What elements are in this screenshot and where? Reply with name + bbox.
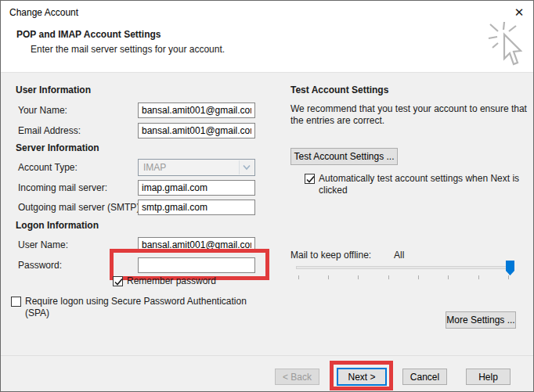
require-spa-checkbox[interactable] [11, 297, 21, 307]
slider-tick [328, 275, 329, 279]
offline-mail-slider-thumb[interactable] [506, 261, 514, 275]
user-name-label: User Name: [18, 239, 68, 250]
outgoing-server-label: Outgoing mail server (SMTP): [18, 202, 143, 213]
change-account-dialog: Change Account ✕ POP and IMAP Account Se… [0, 0, 534, 392]
email-address-label: Email Address: [18, 125, 81, 136]
help-button[interactable]: Help [466, 369, 511, 385]
outgoing-server-field[interactable] [138, 200, 255, 215]
slider-tick [478, 275, 479, 279]
back-button: < Back [275, 369, 319, 385]
user-name-field[interactable] [138, 237, 255, 253]
your-name-field[interactable] [138, 102, 255, 118]
section-test-account-settings: Test Account Settings [290, 85, 388, 95]
chevron-down-icon [239, 160, 254, 174]
checkmark-icon [114, 277, 124, 287]
slider-tick [508, 275, 509, 279]
checkmark-icon [305, 174, 316, 185]
remember-password-checkbox[interactable] [113, 276, 123, 286]
more-settings-button[interactable]: More Settings ... [446, 311, 516, 329]
account-type-label: Account Type: [18, 162, 78, 173]
mouse-click-cursor-icon [486, 21, 527, 70]
incoming-server-label: Incoming mail server: [18, 182, 107, 193]
test-account-settings-button[interactable]: Test Account Settings ... [290, 148, 398, 165]
cancel-button[interactable]: Cancel [402, 369, 447, 385]
auto-test-checkbox[interactable] [305, 174, 315, 184]
offline-mail-slider-track[interactable] [296, 266, 513, 269]
account-type-dropdown: IMAP [138, 159, 255, 176]
page-subtitle: Enter the mail server settings for your … [31, 44, 225, 55]
slider-tick [448, 275, 449, 279]
auto-test-label: Automatically test account settings when… [319, 173, 524, 196]
account-type-value: IMAP [143, 162, 166, 173]
test-account-description: We recommend that you test your account … [290, 103, 534, 127]
email-address-field[interactable] [138, 123, 255, 138]
your-name-label: Your Name: [18, 105, 67, 116]
slider-tick [388, 275, 389, 279]
password-field[interactable] [138, 257, 255, 273]
mail-offline-value: All [394, 250, 404, 261]
footer-divider [1, 355, 533, 356]
section-logon-information: Logon Information [16, 220, 99, 231]
window-title: Change Account [9, 7, 78, 18]
require-spa-label: Require logon using Secure Password Auth… [25, 296, 268, 319]
mail-offline-label: Mail to keep offline: [290, 250, 371, 261]
slider-tick [358, 275, 359, 279]
page-title: POP and IMAP Account Settings [16, 29, 161, 40]
remember-password-label: Remember password [127, 275, 216, 286]
section-server-information: Server Information [16, 142, 99, 153]
incoming-server-field[interactable] [138, 180, 255, 196]
section-user-information: User Information [16, 85, 91, 95]
close-icon[interactable]: ✕ [508, 3, 530, 22]
slider-tick [298, 275, 299, 279]
slider-tick [418, 275, 419, 279]
password-label: Password: [18, 260, 62, 271]
next-button[interactable]: Next > [337, 368, 387, 386]
